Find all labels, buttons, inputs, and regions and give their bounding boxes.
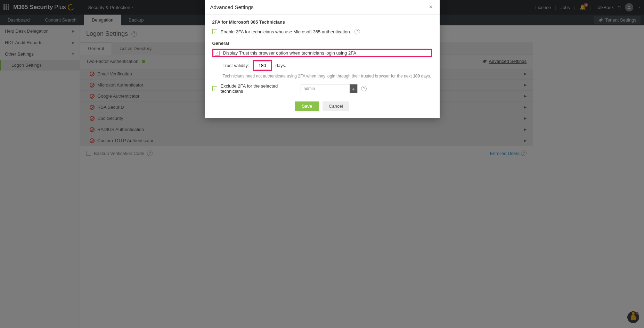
checkbox-checked-icon[interactable]: ✓	[212, 86, 217, 91]
modal-body: 2FA for Microsoft 365 Technicians ✓ Enab…	[205, 15, 440, 118]
exclude-label: Exclude 2FA for the selected technicians	[221, 83, 297, 94]
trust-hint: Technicians need not authenticate using …	[223, 74, 432, 82]
section-title-2fa: 2FA for Microsoft 365 Technicians	[212, 19, 432, 25]
trust-days-input[interactable]	[255, 62, 270, 69]
enable-2fa-row: ✓ Enable 2FA for technicians who use Mic…	[212, 27, 432, 36]
exclude-users-input-wrap: +	[301, 84, 358, 93]
modal-buttons: Save Cancel	[212, 101, 432, 111]
checkbox-checked-icon[interactable]: ✓	[212, 29, 217, 34]
modal-title: Advanced Settings	[210, 4, 254, 10]
section-title-general: General	[212, 41, 432, 46]
trust-browser-highlight: ✓ Display Trust this browser option when…	[212, 49, 432, 57]
save-button[interactable]: Save	[295, 101, 319, 111]
help-icon[interactable]: ?	[354, 29, 360, 34]
enable-2fa-label: Enable 2FA for technicians who use Micro…	[221, 29, 351, 34]
hint-bold: 180	[413, 74, 420, 79]
trust-days-suffix: days.	[276, 63, 286, 68]
close-icon[interactable]: ×	[427, 3, 434, 11]
trust-validity-row: Trust validity: days.	[223, 57, 432, 74]
modal-header: Advanced Settings ×	[205, 0, 440, 15]
checkbox-checked-icon[interactable]: ✓	[215, 51, 220, 56]
exclude-2fa-row: ✓ Exclude 2FA for the selected technicia…	[212, 82, 432, 95]
hint-pre: Technicians need not authenticate using …	[223, 74, 413, 79]
hint-post: days.	[420, 74, 431, 79]
help-icon[interactable]: ?	[361, 86, 367, 91]
add-user-button[interactable]: +	[350, 84, 357, 93]
exclude-users-input[interactable]	[301, 85, 350, 92]
trust-days-highlight	[253, 60, 272, 71]
cancel-button[interactable]: Cancel	[323, 101, 349, 111]
trust-browser-label: Display Trust this browser option when t…	[223, 50, 358, 56]
advanced-settings-modal: Advanced Settings × 2FA for Microsoft 36…	[205, 0, 440, 118]
trust-validity-label: Trust validity:	[223, 63, 249, 68]
